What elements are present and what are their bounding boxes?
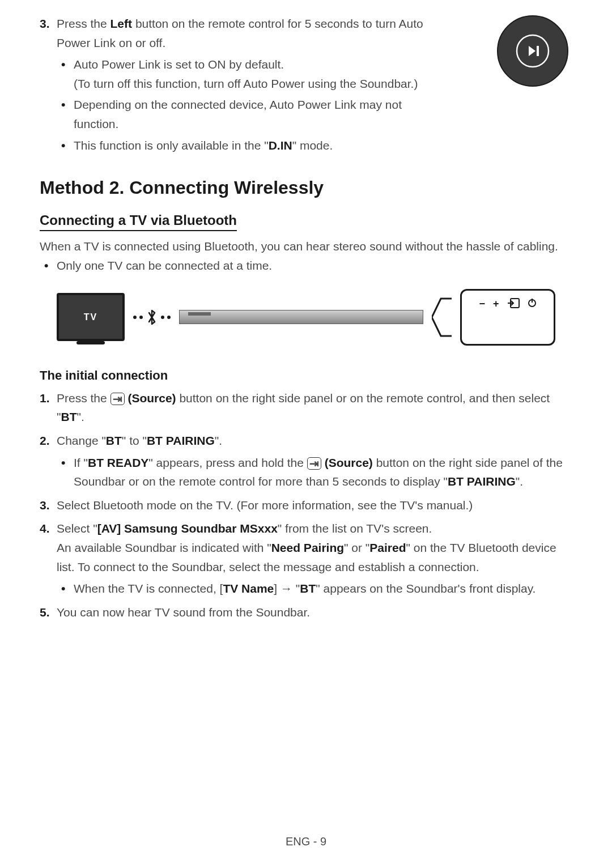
bt-intro-text: When a TV is connected using Bluetooth, … (40, 240, 572, 253)
ic-step-1-t1: Press the (57, 392, 110, 405)
bullet-1-line2: (To turn off this function, turn off Aut… (74, 77, 418, 90)
bullet-3-text-after: " mode. (292, 139, 333, 152)
ic-step-4-bullet: When the TV is connected, [TV Name] → "B… (74, 579, 572, 598)
ic-s2b-b2: BT PAIRING (448, 475, 516, 488)
bullet-depending-device: Depending on the connected device, Auto … (74, 95, 425, 133)
power-icon (528, 298, 537, 310)
bt-intro-bullets: Only one TV can be connected at a time. (40, 256, 572, 275)
ic-step-2-bullet: If "BT READY" appears, press and hold th… (74, 453, 572, 491)
ic-s2b-t2: " appears, press and hold the (148, 456, 307, 469)
ic-step-1-source: (Source) (128, 392, 176, 405)
bullet-din-mode: This function is only available in the "… (74, 136, 425, 155)
connecting-bt-subheading: Connecting a TV via Bluetooth (40, 212, 237, 231)
ic-step-4-t2: " from the list on TV's screen. (278, 522, 432, 535)
bullet-1-line1: Auto Power Link is set to ON by default. (74, 58, 284, 71)
ic-s2b-t4: ". (516, 475, 523, 488)
ic-step-1: 1 Press the ⇥ (Source) button on the rig… (57, 389, 572, 427)
ic-step-5-num: 5 (40, 603, 50, 622)
tv-stand (76, 341, 105, 344)
initial-connection-heading: The initial connection (40, 368, 572, 383)
ic-step-4-l2-b2: Paired (369, 541, 406, 554)
ic-step-3-t1: Select Bluetooth mode on the TV. (For mo… (57, 499, 473, 512)
ic-step-3: 3 Select Bluetooth mode on the TV. (For … (57, 496, 572, 515)
ic-step-4: 4 Select "[AV] Samsung Soundbar MSxxx" f… (57, 519, 572, 598)
step-3-item: 3 Press the Left button on the remote co… (57, 14, 425, 155)
step-3-text-part1: Press the (57, 17, 110, 30)
source-icon: ⇥ (307, 457, 321, 470)
ic-step-2-num: 2 (40, 431, 50, 450)
connector-lines-icon (432, 297, 452, 337)
bullet-2-text: Depending on the connected device, Auto … (74, 98, 402, 130)
step-3-left-bold: Left (110, 17, 133, 30)
ic-step-5-t1: You can now hear TV sound from the Sound… (57, 606, 310, 619)
method-2-heading: Method 2. Connecting Wirelessly (40, 177, 572, 198)
ic-step-4-l2-2: " or " (344, 541, 369, 554)
ic-s4b-b2: BT (300, 582, 316, 595)
ic-s4b-t2: ] → " (274, 582, 300, 595)
ic-step-4-l2-1: An available Soundbar is indicated with … (57, 541, 271, 554)
ic-step-1-num: 1 (40, 389, 50, 408)
ic-step-2: 2 Change "BT" to "BT PAIRING". If "BT RE… (57, 431, 572, 491)
ic-s2b-b1: BT READY (88, 456, 148, 469)
ic-step-1-t3: ". (76, 410, 84, 423)
remote-play-button-illustration (496, 14, 570, 88)
step-3-number: 3 (40, 14, 50, 33)
svg-rect-3 (537, 46, 539, 56)
ic-step-4-num: 4 (40, 519, 50, 538)
tv-icon: TV (57, 293, 125, 341)
ic-s4b-t1: When the TV is connected, [ (74, 582, 223, 595)
bluetooth-signal-icon (133, 308, 171, 326)
soundbar-side-panel-icon: − + (460, 289, 555, 346)
ic-step-3-num: 3 (40, 496, 50, 515)
ic-step-5: 5 You can now hear TV sound from the Sou… (57, 603, 572, 622)
ic-step-2-t2: " to " (122, 434, 147, 447)
page-footer: ENG - 9 (0, 835, 612, 848)
minus-icon: − (479, 298, 485, 310)
ic-s4b-t3: " appears on the Soundbar's front displa… (316, 582, 536, 595)
bullet-auto-power-default: Auto Power Link is set to ON by default.… (74, 55, 425, 93)
source-icon: ⇥ (110, 393, 125, 405)
step-3-bullets: Auto Power Link is set to ON by default.… (57, 55, 425, 155)
bt-connection-diagram: TV − + (40, 278, 572, 357)
step-3-list: 3 Press the Left button on the remote co… (40, 14, 425, 155)
ic-step-4-bullets: When the TV is connected, [TV Name] → "B… (57, 579, 572, 598)
ic-step-1-bt: BT (61, 410, 76, 423)
ic-step-2-t1: Change " (57, 434, 106, 447)
ic-step-2-t3: ". (215, 434, 222, 447)
initial-connection-steps: 1 Press the ⇥ (Source) button on the rig… (40, 389, 572, 622)
tv-label: TV (84, 312, 97, 322)
ic-step-2-bullets: If "BT READY" appears, press and hold th… (57, 453, 572, 491)
ic-s2b-t1: If " (74, 456, 88, 469)
bullet-one-tv: Only one TV can be connected at a time. (57, 256, 572, 275)
ic-step-2-b2: BT PAIRING (147, 434, 215, 447)
ic-step-4-b1: [AV] Samsung Soundbar MSxxx (97, 522, 278, 535)
ic-step-2-b1: BT (106, 434, 122, 447)
plus-icon: + (493, 298, 499, 310)
source-panel-icon (507, 298, 520, 311)
bullet-3-din: D.IN (269, 139, 292, 152)
ic-s4b-b1: TV Name (223, 582, 274, 595)
soundbar-icon (179, 310, 423, 324)
ic-step-4-l2-b1: Need Pairing (271, 541, 344, 554)
bullet-3-text-1: This function is only available in the " (74, 139, 269, 152)
ic-step-4-t1: Select " (57, 522, 97, 535)
ic-s2b-source: (Source) (325, 456, 373, 469)
